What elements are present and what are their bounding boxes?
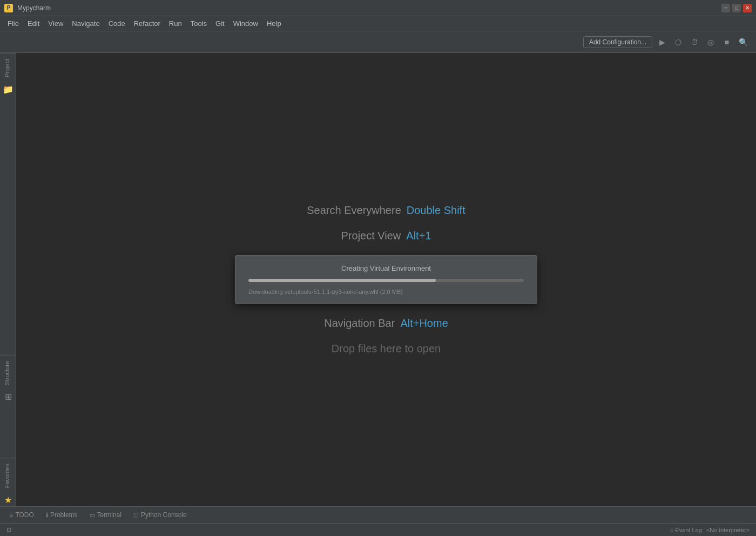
terminal-icon: ▭ (90, 512, 95, 519)
left-sidebar: Project 📁 Structure ⊞ Favorites ★ (0, 53, 16, 506)
tab-python-console-label: Python Console (141, 511, 187, 519)
menu-git[interactable]: Git (211, 17, 229, 30)
progress-dialog: Creating Virtual Environment Downloading… (235, 255, 537, 304)
progress-bar-container (248, 279, 524, 282)
minimize-button[interactable]: ─ (721, 4, 730, 12)
tab-todo-label: TODO (15, 511, 33, 519)
menu-view[interactable]: View (44, 17, 68, 30)
title-bar: P Mypycharm ─ □ ✕ (0, 0, 756, 16)
search-everywhere-hint: Search Everywhere Double Shift (307, 204, 465, 217)
project-view-label: Project View (341, 230, 401, 242)
close-button[interactable]: ✕ (743, 4, 752, 12)
editor-area: Search Everywhere Double Shift Project V… (16, 53, 756, 506)
menu-bar: File Edit View Navigate Code Refactor Ru… (0, 16, 756, 31)
bottom-bar: ≡ TODO ℹ Problems ▭ Terminal ⬡ Python Co… (0, 506, 756, 536)
drop-files-hint: Drop files here to open (332, 343, 441, 355)
run-icon: ▶ (659, 38, 665, 46)
python-console-icon: ⬡ (133, 512, 139, 519)
coverage-icon: ◎ (707, 38, 714, 46)
app-icon: P (4, 4, 13, 12)
profile-button[interactable]: ⏱ (688, 36, 701, 49)
welcome-content: Search Everywhere Double Shift Project V… (235, 204, 537, 355)
stop-button[interactable]: ■ (720, 36, 733, 49)
menu-file[interactable]: File (3, 17, 23, 30)
maximize-button[interactable]: □ (732, 4, 741, 12)
event-log-button[interactable]: ○ Event Log (670, 527, 702, 533)
menu-help[interactable]: Help (262, 17, 286, 30)
layout-icon: ⊡ (6, 526, 11, 533)
tab-problems[interactable]: ℹ Problems (40, 509, 83, 521)
event-log-icon: ○ (670, 527, 674, 533)
add-configuration-button[interactable]: Add Configuration... (583, 36, 652, 48)
stop-icon: ■ (725, 38, 729, 46)
tab-todo[interactable]: ≡ TODO (4, 509, 39, 521)
debug-icon: ⬡ (675, 38, 681, 46)
debug-button[interactable]: ⬡ (672, 36, 685, 49)
favorites-icon[interactable]: ★ (0, 493, 16, 506)
toolbar: Add Configuration... ▶ ⬡ ⏱ ◎ ■ 🔍 (0, 31, 756, 53)
search-everywhere-button[interactable]: 🔍 (737, 36, 750, 49)
progress-status: Downloading setuptools-51.1.1-py3-none-a… (248, 289, 524, 295)
nav-bar-shortcut: Alt+Home (400, 317, 448, 330)
progress-bar-fill (248, 279, 436, 282)
menu-run[interactable]: Run (165, 17, 186, 30)
tab-terminal[interactable]: ▭ Terminal (84, 509, 127, 521)
project-view-shortcut: Alt+1 (406, 230, 431, 242)
bottom-tabs: ≡ TODO ℹ Problems ▭ Terminal ⬡ Python Co… (0, 507, 756, 524)
profile-icon: ⏱ (691, 38, 698, 46)
sidebar-item-structure[interactable]: Structure (0, 355, 16, 391)
coverage-button[interactable]: ◎ (704, 36, 717, 49)
status-bar: ⊡ ○ Event Log <No interpreter> (0, 524, 756, 536)
nav-bar-hint: Navigation Bar Alt+Home (324, 317, 448, 330)
run-button[interactable]: ▶ (656, 36, 669, 49)
status-layout-toggle[interactable]: ⊡ (6, 526, 11, 533)
menu-code[interactable]: Code (104, 17, 130, 30)
event-log-label: Event Log (675, 527, 702, 533)
status-left: ⊡ (6, 526, 11, 533)
progress-title: Creating Virtual Environment (248, 264, 524, 272)
menu-refactor[interactable]: Refactor (130, 17, 165, 30)
menu-navigate[interactable]: Navigate (68, 17, 104, 30)
search-icon: 🔍 (739, 38, 748, 46)
sidebar-item-project[interactable]: Project (0, 53, 16, 83)
sidebar-item-favorites[interactable]: Favorites (0, 458, 16, 493)
search-everywhere-label: Search Everywhere (307, 204, 401, 217)
menu-edit[interactable]: Edit (23, 17, 44, 30)
app-title: Mypycharm (17, 4, 721, 12)
problems-icon: ℹ (46, 512, 48, 519)
nav-bar-label: Navigation Bar (324, 317, 395, 330)
menu-window[interactable]: Window (229, 17, 262, 30)
search-everywhere-shortcut: Double Shift (407, 204, 465, 217)
todo-icon: ≡ (10, 512, 13, 518)
structure-icon[interactable]: ⊞ (0, 391, 16, 404)
project-icon[interactable]: 📁 (0, 83, 16, 96)
menu-tools[interactable]: Tools (186, 17, 211, 30)
window-controls: ─ □ ✕ (721, 4, 752, 12)
tab-terminal-label: Terminal (97, 511, 122, 519)
interpreter-button[interactable]: <No interpreter> (706, 527, 750, 533)
status-right: ○ Event Log <No interpreter> (670, 527, 750, 533)
project-view-hint: Project View Alt+1 (341, 230, 431, 242)
tab-python-console[interactable]: ⬡ Python Console (128, 509, 192, 521)
tab-problems-label: Problems (50, 511, 78, 519)
